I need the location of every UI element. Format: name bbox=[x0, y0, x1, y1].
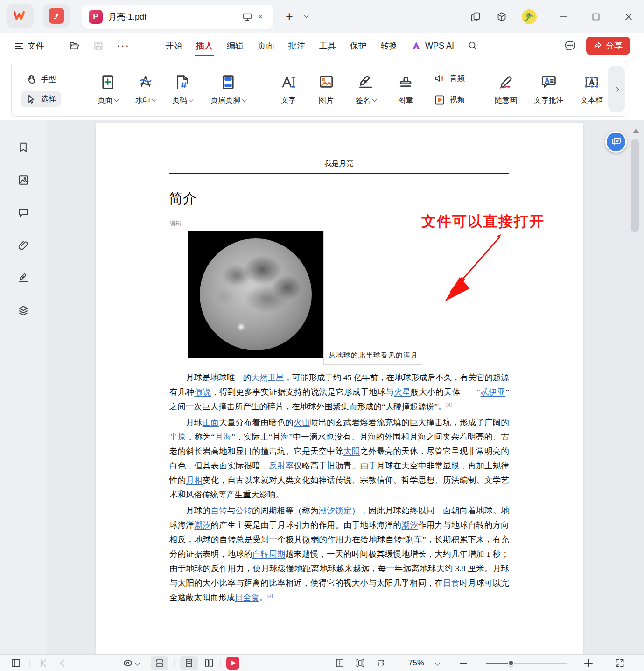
continuous-scroll-button[interactable] bbox=[151, 656, 168, 670]
wiki-link[interactable]: 日食 bbox=[443, 578, 460, 587]
wiki-link[interactable]: 平原 bbox=[169, 432, 186, 441]
wps-app-button[interactable] bbox=[7, 4, 34, 28]
wiki-link[interactable]: 自转 bbox=[210, 506, 227, 515]
expand-ribbon-button[interactable] bbox=[608, 66, 625, 112]
header-footer-button[interactable]: 页眉页脚 bbox=[201, 73, 255, 105]
insert-text-button[interactable]: 文字 bbox=[269, 73, 308, 105]
attachment-icon[interactable] bbox=[17, 239, 30, 252]
zoom-slider-knob[interactable] bbox=[508, 660, 514, 666]
wiki-link[interactable]: 假说 bbox=[194, 387, 211, 397]
menu-item-page[interactable]: 页面 bbox=[251, 33, 281, 59]
fit-page-button[interactable] bbox=[334, 657, 345, 669]
open-folder-icon[interactable] bbox=[68, 40, 80, 52]
copy-windows-icon[interactable] bbox=[469, 10, 483, 24]
wiki-link[interactable]: 自转周期 bbox=[252, 549, 286, 559]
view-mode-button[interactable] bbox=[122, 657, 139, 669]
pdf-app-button[interactable] bbox=[43, 4, 70, 28]
zoom-slider[interactable] bbox=[486, 663, 567, 664]
wiki-link[interactable]: 潮汐锁定 bbox=[318, 506, 351, 515]
fullscreen-icon[interactable] bbox=[614, 657, 625, 669]
left-tool-rail bbox=[0, 120, 47, 654]
menu-item-tools[interactable]: 工具 bbox=[312, 33, 343, 59]
fit-width-button[interactable] bbox=[375, 657, 386, 669]
video-button[interactable]: 视频 bbox=[429, 91, 469, 108]
wiki-link[interactable]: 月相 bbox=[186, 475, 203, 485]
convert-to-word-button[interactable] bbox=[605, 131, 627, 153]
layers-icon[interactable] bbox=[17, 304, 30, 317]
reference-superscript[interactable]: [3] bbox=[267, 593, 273, 598]
tab-list-chevron-icon[interactable] bbox=[304, 14, 309, 18]
wiki-link[interactable]: 火星 bbox=[394, 387, 411, 397]
menu-item-insert[interactable]: 插入 bbox=[189, 33, 220, 59]
menu-item-convert[interactable]: 转换 bbox=[374, 33, 405, 59]
wiki-link[interactable]: 火山 bbox=[294, 418, 310, 427]
wiki-link[interactable]: 反射率 bbox=[269, 461, 294, 470]
scroll-up-icon[interactable] bbox=[633, 129, 639, 133]
file-menu-button[interactable]: 文件 bbox=[15, 40, 44, 51]
save-icon[interactable] bbox=[92, 40, 105, 52]
watermark-button[interactable]: 水印 bbox=[127, 73, 164, 105]
doc-paragraph: 月球的自转与公转的周期相等（称为潮汐锁定），因此月球始终以同一面朝向着地球。地球… bbox=[169, 503, 509, 605]
zoom-in-icon[interactable] bbox=[584, 659, 593, 667]
share-button[interactable]: 分享 bbox=[586, 37, 630, 55]
comment-icon[interactable] bbox=[17, 206, 30, 219]
wiki-link[interactable]: 月海 bbox=[215, 432, 231, 441]
play-button[interactable] bbox=[226, 657, 239, 670]
wiki-link[interactable]: 天然卫星 bbox=[251, 373, 284, 382]
two-page-button[interactable] bbox=[203, 657, 215, 669]
prev-page-icon[interactable] bbox=[57, 657, 68, 669]
more-dots-icon[interactable]: ··· bbox=[117, 43, 130, 48]
avatar[interactable] bbox=[521, 10, 537, 24]
zoom-chevron-icon[interactable] bbox=[435, 661, 440, 665]
audio-icon bbox=[434, 72, 446, 84]
signature-button[interactable]: 签名 bbox=[345, 73, 387, 105]
text-box-button[interactable]: 文本框 bbox=[572, 73, 612, 105]
cube-icon[interactable] bbox=[495, 10, 509, 24]
stamp-button[interactable]: 图章 bbox=[387, 73, 424, 105]
wiki-link[interactable]: 太阳 bbox=[343, 447, 360, 456]
wiki-link[interactable]: 忒伊亚 bbox=[480, 387, 505, 397]
wiki-link[interactable]: 日全食 bbox=[235, 593, 259, 602]
single-page-button[interactable] bbox=[180, 656, 198, 670]
wiki-link[interactable]: 潮汐 bbox=[194, 520, 211, 530]
insert-image-button[interactable]: 图片 bbox=[308, 73, 345, 105]
menu-item-edit[interactable]: 编辑 bbox=[220, 33, 251, 59]
minimize-icon[interactable] bbox=[555, 10, 571, 24]
menu-item-annotate[interactable]: 批注 bbox=[281, 33, 312, 59]
thumbnail-icon[interactable] bbox=[17, 174, 30, 187]
reference-superscript[interactable]: [3] bbox=[446, 402, 452, 407]
sign-icon[interactable] bbox=[17, 272, 30, 285]
wiki-link[interactable]: 公转 bbox=[236, 506, 252, 515]
audio-button[interactable]: 音频 bbox=[429, 70, 469, 87]
select-tool-button[interactable]: 选择 bbox=[21, 91, 61, 107]
page-number-button[interactable]: 页码 bbox=[164, 73, 201, 105]
tab-close-icon[interactable]: × bbox=[254, 10, 267, 23]
wiki-link[interactable]: 潮汐 bbox=[401, 520, 418, 530]
text-run: 喷出的玄武岩熔岩流充填的巨大撞击坑，形成了广阔的 bbox=[310, 418, 509, 427]
settings-dots-icon[interactable] bbox=[564, 39, 577, 52]
zoom-out-icon[interactable] bbox=[460, 663, 467, 664]
window-close-icon[interactable] bbox=[621, 10, 637, 24]
menu-item-protect[interactable]: 保护 bbox=[343, 33, 374, 59]
new-tab-button[interactable]: + bbox=[282, 9, 297, 24]
menu-item-home[interactable]: 开始 bbox=[158, 33, 189, 59]
page-header-rule bbox=[169, 173, 509, 174]
search-icon[interactable] bbox=[467, 40, 478, 51]
text-comment-button[interactable]: 文字批注 bbox=[526, 73, 572, 105]
page-button[interactable]: 页面 bbox=[88, 73, 127, 105]
panel-icon[interactable] bbox=[10, 657, 21, 669]
edit-link[interactable]: 编辑 bbox=[169, 219, 182, 228]
first-page-icon[interactable] bbox=[38, 657, 49, 669]
maximize-icon[interactable] bbox=[588, 10, 604, 24]
wiki-link[interactable]: 正面 bbox=[203, 418, 219, 427]
scrollbar-thumb[interactable] bbox=[631, 139, 639, 232]
document-tab[interactable]: P 月亮-1.pdf × bbox=[82, 5, 273, 29]
monitor-icon[interactable] bbox=[241, 10, 254, 23]
free-draw-button[interactable]: 随意画 bbox=[486, 73, 526, 105]
bookmark-icon[interactable] bbox=[17, 141, 30, 154]
chevron-down-icon bbox=[135, 661, 140, 665]
fit-screen-button[interactable] bbox=[355, 657, 366, 669]
hand-tool-button[interactable]: 手型 bbox=[21, 71, 61, 87]
zoom-level[interactable]: 75% bbox=[408, 658, 424, 668]
menu-item-wps-ai[interactable]: WPS AI bbox=[405, 41, 461, 51]
